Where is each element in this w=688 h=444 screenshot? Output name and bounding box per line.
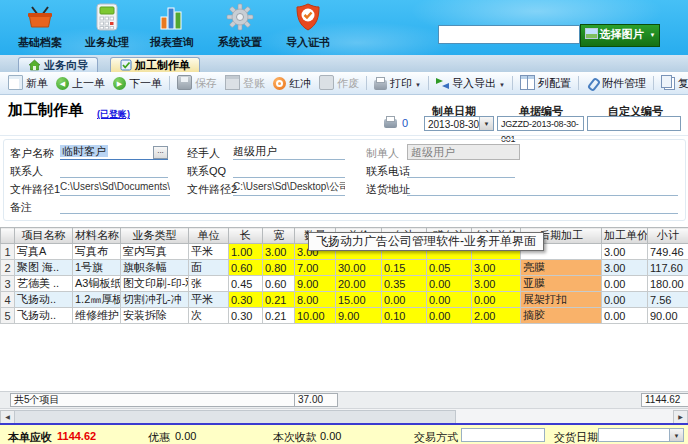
posted-status-link[interactable]: (已登账): [97, 108, 130, 121]
tab-business-wizard[interactable]: 业务向导: [18, 57, 98, 72]
select-image-button[interactable]: 选择图片: [580, 24, 648, 47]
table-cell[interactable]: 1号旗: [73, 260, 121, 276]
column-header[interactable]: 材料名称: [73, 228, 121, 244]
table-cell[interactable]: 0.00: [472, 292, 521, 308]
table-cell[interactable]: 飞扬动..: [15, 308, 73, 324]
table-cell[interactable]: 9.00: [336, 308, 382, 324]
table-cell[interactable]: 3.00: [263, 244, 295, 260]
customer-lookup-button[interactable]: ...: [153, 146, 168, 159]
table-cell[interactable]: 艺德美 ..: [15, 276, 73, 292]
table-cell[interactable]: 2.00: [472, 308, 521, 324]
table-cell[interactable]: 0.21: [263, 308, 295, 324]
table-cell[interactable]: 1.2㎜厚板: [73, 292, 121, 308]
table-cell[interactable]: 20.00: [336, 276, 382, 292]
red-flush-button[interactable]: 红冲: [270, 72, 314, 94]
scroll-right-icon[interactable]: ▶: [673, 410, 688, 424]
table-cell[interactable]: 亚膜: [521, 276, 602, 292]
contact-field[interactable]: [60, 162, 168, 178]
handler-field[interactable]: 超级用户: [233, 144, 345, 160]
trade-method-field[interactable]: [461, 428, 545, 442]
delivery-address-field[interactable]: [407, 180, 678, 196]
table-cell[interactable]: 聚图 海..: [15, 260, 73, 276]
doc-number-field[interactable]: JGZZD-2013-08-30-001: [497, 116, 584, 131]
scroll-left-icon[interactable]: ◀: [0, 410, 15, 424]
table-cell[interactable]: 写真布: [73, 244, 121, 260]
table-cell[interactable]: 0.00: [382, 292, 427, 308]
table-cell[interactable]: 117.60: [648, 260, 688, 276]
horizontal-scrollbar[interactable]: ◀ ▶: [0, 408, 688, 423]
table-cell[interactable]: 次: [189, 308, 229, 324]
print-button[interactable]: 打印▼: [371, 72, 424, 94]
table-cell[interactable]: 维修维护: [73, 308, 121, 324]
table-cell[interactable]: 平米: [189, 292, 229, 308]
table-cell[interactable]: 7.00: [295, 260, 336, 276]
table-cell[interactable]: 8.00: [295, 292, 336, 308]
table-cell[interactable]: 0.45: [229, 276, 263, 292]
image-search-input[interactable]: [438, 25, 580, 44]
file-path1-field[interactable]: C:\Users\Sd\Documents\Te: [60, 180, 170, 196]
table-cell[interactable]: 0.35: [382, 276, 427, 292]
table-cell[interactable]: 3.00: [602, 244, 648, 260]
table-row[interactable]: 3艺德美 ..A3铜板纸200克图文印刷-印-双张0.450.609.0020.…: [1, 276, 688, 292]
table-cell[interactable]: 面: [189, 260, 229, 276]
table-cell[interactable]: 0.00: [602, 276, 648, 292]
table-cell[interactable]: 3.00: [472, 276, 521, 292]
menu-reports[interactable]: 报表查询: [140, 2, 204, 50]
table-cell[interactable]: 90.00: [648, 308, 688, 324]
column-header[interactable]: 加工单价: [602, 228, 648, 244]
menu-settings[interactable]: 系统设置: [208, 2, 272, 50]
void-button[interactable]: 作废: [316, 72, 362, 94]
table-cell[interactable]: 张: [189, 276, 229, 292]
table-cell[interactable]: 0.00: [427, 292, 472, 308]
qq-field[interactable]: [233, 162, 345, 178]
table-cell[interactable]: A3铜板纸200克: [73, 276, 121, 292]
phone-field[interactable]: [407, 162, 515, 178]
table-cell[interactable]: 15.00: [336, 292, 382, 308]
table-cell[interactable]: 3.00: [602, 260, 648, 276]
new-doc-button[interactable]: 新单: [5, 72, 51, 94]
menu-business[interactable]: 业务处理: [75, 2, 139, 50]
customer-field[interactable]: 临时客户 ...: [60, 144, 168, 160]
table-cell[interactable]: 0.80: [263, 260, 295, 276]
table-cell[interactable]: 安装拆除: [121, 308, 189, 324]
column-header[interactable]: 长: [229, 228, 263, 244]
dropdown-arrow-icon[interactable]: ▼: [669, 429, 683, 441]
table-row[interactable]: 4飞扬动..1.2㎜厚板切割冲孔-冲平米0.300.218.0015.000.0…: [1, 292, 688, 308]
table-cell[interactable]: 图文印刷-印-双: [121, 276, 189, 292]
table-cell[interactable]: 旗帜条幅: [121, 260, 189, 276]
table-cell[interactable]: 摘胶: [521, 308, 602, 324]
column-header[interactable]: 宽: [263, 228, 295, 244]
dropdown-arrow-icon[interactable]: ▼: [479, 117, 493, 130]
file-path2-field[interactable]: C:\Users\Sd\Desktop\公司: [233, 180, 345, 196]
ledger-button[interactable]: 登账: [222, 72, 268, 94]
table-cell[interactable]: 10.00: [295, 308, 336, 324]
menu-import-cert[interactable]: 导入证书: [276, 2, 340, 50]
table-cell[interactable]: 0.30: [229, 292, 263, 308]
table-cell[interactable]: 0.10: [382, 308, 427, 324]
table-cell[interactable]: 写真A: [15, 244, 73, 260]
table-cell[interactable]: 9.00: [295, 276, 336, 292]
table-cell[interactable]: 0.00: [427, 308, 472, 324]
table-cell[interactable]: 0.21: [263, 292, 295, 308]
table-cell[interactable]: 亮膜: [521, 260, 602, 276]
column-header[interactable]: 项目名称: [15, 228, 73, 244]
table-cell[interactable]: 3.00: [472, 260, 521, 276]
table-cell[interactable]: 飞扬动..: [15, 292, 73, 308]
scrollbar-thumb[interactable]: [14, 410, 456, 424]
import-export-button[interactable]: 导入导出▼: [433, 72, 508, 94]
delivery-date-combobox[interactable]: ▼: [598, 428, 684, 442]
column-config-button[interactable]: 列配置: [517, 72, 574, 94]
column-header[interactable]: 小计: [648, 228, 688, 244]
table-cell[interactable]: 749.46: [648, 244, 688, 260]
table-cell[interactable]: 1.00: [229, 244, 263, 260]
prev-button[interactable]: 上一单: [53, 72, 108, 94]
table-cell[interactable]: 室内写真: [121, 244, 189, 260]
table-cell[interactable]: 平米: [189, 244, 229, 260]
column-header[interactable]: 单位: [189, 228, 229, 244]
table-row[interactable]: 5飞扬动..维修维护安装拆除次0.300.2110.009.000.100.00…: [1, 308, 688, 324]
table-cell[interactable]: 0.30: [229, 308, 263, 324]
column-header[interactable]: 业务类型: [121, 228, 189, 244]
custom-number-field[interactable]: [587, 116, 681, 131]
table-cell[interactable]: 切割冲孔-冲: [121, 292, 189, 308]
table-cell[interactable]: 0.00: [427, 276, 472, 292]
